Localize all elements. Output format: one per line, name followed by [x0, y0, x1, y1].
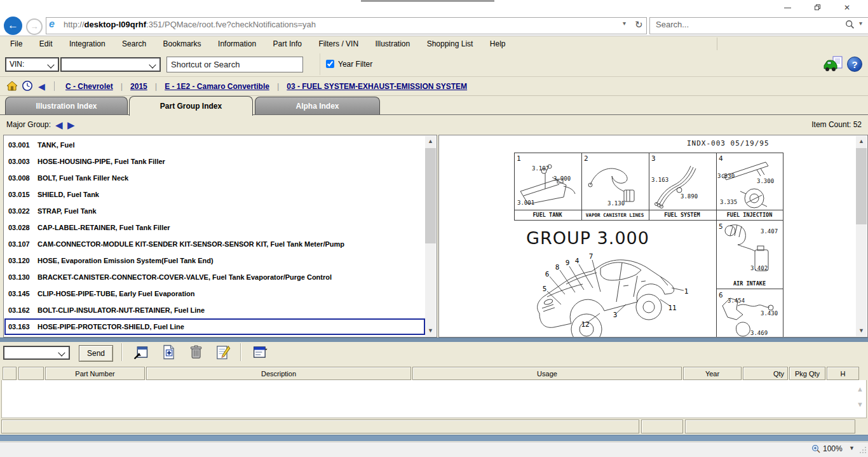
list-item[interactable]: 03.015SHIELD, Fuel Tank	[4, 186, 410, 203]
header-pkg-qty[interactable]: Pkg Qty	[789, 367, 825, 380]
list-item[interactable]: 03.022STRAP, Fuel Tank	[4, 203, 410, 219]
header-qty[interactable]: Qty	[743, 367, 788, 380]
menu-help[interactable]: Help	[483, 36, 513, 52]
list-item[interactable]: 03.003HOSE-HOUSING-PIPE, Fuel Tank Fille…	[4, 153, 410, 170]
major-group-prev-icon[interactable]: ◀	[55, 119, 63, 131]
home-icon[interactable]	[6, 80, 18, 92]
part-ref[interactable]: 3.402	[750, 265, 768, 271]
menu-part-info[interactable]: Part Info	[266, 36, 309, 52]
browser-search-placeholder[interactable]: Search...	[656, 20, 689, 29]
add-item-icon[interactable]	[159, 343, 178, 361]
scroll-down-icon[interactable]: ▼	[856, 325, 867, 336]
part-ref[interactable]: 3.890	[681, 193, 698, 200]
part-ref[interactable]: 3.407	[761, 228, 778, 235]
menu-edit[interactable]: Edit	[32, 36, 60, 52]
zoom-level-label[interactable]: 100%	[823, 444, 843, 453]
menu-filters-vin[interactable]: Filters / VIN	[311, 36, 365, 52]
part-ref[interactable]: 3.900	[553, 175, 571, 182]
breadcrumb-model[interactable]: E - 1E2 - Camaro Convertible	[165, 82, 269, 91]
restore-button[interactable]	[808, 2, 827, 14]
menu-shopping-list[interactable]: Shopping List	[420, 36, 480, 52]
shortcut-search-input[interactable]	[166, 57, 303, 72]
close-button[interactable]: ✕	[837, 2, 857, 14]
vehicle-select[interactable]	[60, 57, 161, 72]
forward-button[interactable]: →	[26, 18, 43, 35]
breadcrumb-group[interactable]: 03 - FUEL SYSTEM-EXHAUST-EMISSION SYSTEM	[287, 82, 467, 91]
scrollbar-thumb[interactable]	[425, 148, 436, 243]
results-scroll-up-icon[interactable]: ▲	[857, 385, 864, 393]
send-button[interactable]: Send	[79, 345, 113, 362]
send-target-select[interactable]	[3, 346, 70, 360]
minimize-button[interactable]	[778, 2, 797, 14]
address-dropdown-icon[interactable]: ▾	[623, 20, 626, 27]
header-part-number[interactable]: Part Number	[45, 367, 145, 380]
list-item-selected[interactable]: 03.163HOSE-PIPE-PROTECTOR-SHIELD, Fuel L…	[4, 318, 410, 335]
header-usage[interactable]: Usage	[412, 367, 682, 380]
search-icon[interactable]	[845, 20, 855, 29]
part-ref[interactable]: 3.107	[532, 165, 549, 172]
results-scroll-down-icon[interactable]: ▼	[857, 400, 864, 408]
breadcrumb-back-icon[interactable]: ◀	[38, 81, 45, 92]
list-item[interactable]: 03.130BRACKET-CANISTER-CONNECTOR-COVER-V…	[4, 269, 410, 285]
list-item[interactable]: 03.001TANK, Fuel	[4, 137, 410, 153]
scroll-down-icon[interactable]: ▼	[425, 325, 436, 336]
zoom-dropdown-icon[interactable]: ▼	[849, 445, 855, 451]
part-ref[interactable]: 3.330	[717, 173, 735, 179]
zoom-magnifier-icon[interactable]	[811, 444, 821, 454]
list-item[interactable]: 03.162BOLT-CLIP-INSULATOR-NUT-RETAINER, …	[4, 302, 410, 318]
menu-integration[interactable]: Integration	[62, 36, 112, 52]
part-ref[interactable]: 3.454	[728, 297, 745, 304]
breadcrumb-make[interactable]: C - Chevrolet	[65, 82, 113, 91]
back-button[interactable]: ←	[4, 17, 22, 35]
header-select-col[interactable]	[3, 367, 17, 380]
year-filter-label[interactable]: Year Filter	[338, 60, 372, 69]
list-item[interactable]: 03.145CLIP-HOSE-PIPE-TUBE, Early Fuel Ev…	[4, 285, 410, 302]
edit-note-icon[interactable]	[213, 343, 232, 361]
tab-alpha-index[interactable]: Alpha Index	[255, 97, 380, 114]
resize-grip[interactable]	[859, 446, 867, 454]
breadcrumb-year[interactable]: 2015	[130, 82, 147, 91]
menu-search[interactable]: Search	[115, 36, 153, 52]
part-ref[interactable]: 3.163	[651, 177, 668, 183]
header-h[interactable]: H	[827, 367, 859, 380]
list-item[interactable]: 03.008BOLT, Fuel Tank Filler Neck	[4, 170, 410, 186]
part-ref[interactable]: 3.130	[607, 200, 625, 207]
part-ref[interactable]: 3.001	[517, 200, 534, 206]
major-group-next-icon[interactable]: ▶	[67, 119, 75, 131]
list-item[interactable]: 03.107CAM-CONNECTOR-MODULE KIT-SENDER KI…	[4, 236, 410, 252]
part-ref[interactable]: 3.430	[761, 310, 778, 317]
delete-trash-icon[interactable]	[186, 343, 205, 361]
part-ref[interactable]: 3.469	[750, 330, 768, 336]
menu-file[interactable]: File	[3, 36, 29, 52]
vehicle-info-icon[interactable]	[823, 55, 844, 73]
help-button[interactable]: ?	[847, 57, 862, 72]
part-ref[interactable]: 3.335	[720, 199, 737, 205]
history-clock-icon[interactable]	[22, 80, 33, 92]
header-year[interactable]: Year	[683, 367, 742, 380]
url-text[interactable]: http://desktop-l09qrhf:351/PQMace/root.f…	[64, 20, 316, 29]
column-settings-icon[interactable]	[250, 343, 269, 361]
vin-mode-select[interactable]: VIN:	[5, 57, 59, 72]
scroll-up-icon[interactable]: ▲	[856, 136, 867, 147]
scroll-up-icon[interactable]: ▲	[425, 136, 436, 147]
header-description[interactable]: Description	[146, 367, 411, 380]
refresh-icon[interactable]: ↻	[635, 19, 643, 31]
illustration-scrollbar[interactable]: ▲ ▼	[856, 136, 867, 336]
year-filter-checkbox[interactable]	[326, 60, 334, 68]
list-item[interactable]: 03.028CAP-LABEL-RETAINER, Fuel Tank Fill…	[4, 219, 410, 236]
tab-part-group-index[interactable]: Part Group Index	[129, 96, 253, 116]
menu-illustration[interactable]: Illustration	[369, 36, 417, 52]
menu-bookmarks[interactable]: Bookmarks	[156, 36, 208, 52]
pane-splitter[interactable]	[0, 338, 868, 342]
list-item[interactable]: 03.120HOSE, Evaporation Emission System(…	[4, 252, 410, 269]
toolbar-separator	[240, 343, 241, 361]
search-dropdown-icon[interactable]: ▾	[859, 20, 862, 27]
list-scrollbar[interactable]: ▲ ▼	[425, 136, 436, 336]
header-flag-col[interactable]	[18, 367, 44, 380]
open-window-icon[interactable]	[131, 343, 150, 361]
scrollbar-thumb[interactable]	[856, 148, 867, 224]
menu-information[interactable]: Information	[211, 36, 263, 52]
cell-number: 4	[719, 154, 723, 163]
part-ref[interactable]: 3.300	[757, 178, 774, 184]
tab-illustration-index[interactable]: Illustration Index	[5, 97, 128, 114]
